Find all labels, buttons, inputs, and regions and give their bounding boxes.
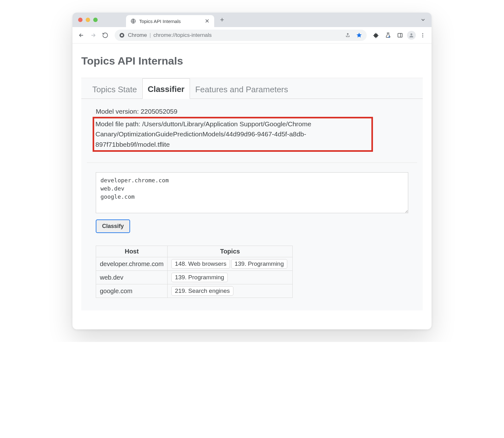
tab-features-parameters[interactable]: Features and Parameters bbox=[190, 79, 294, 99]
results-section: Host Topics developer.chrome.com148. Web… bbox=[96, 246, 408, 298]
topics-cell: 139. Programming bbox=[168, 271, 293, 284]
topics-cell: 219. Search engines bbox=[168, 284, 293, 298]
omnibox[interactable]: Chrome|chrome://topics-internals bbox=[115, 30, 367, 41]
chrome-logo-icon bbox=[119, 32, 125, 38]
svg-point-6 bbox=[410, 33, 412, 35]
extensions-icon[interactable] bbox=[371, 30, 381, 40]
svg-point-2 bbox=[121, 34, 123, 36]
toolbar: Chrome|chrome://topics-internals bbox=[72, 27, 432, 43]
model-version-row: Model version: 2205052059 bbox=[96, 106, 417, 117]
col-header-topics: Topics bbox=[168, 246, 293, 257]
classifier-form: Classify Host Topics developer.chrome.co… bbox=[87, 172, 417, 298]
labs-icon[interactable] bbox=[383, 30, 393, 40]
tab-classifier[interactable]: Classifier bbox=[142, 78, 190, 99]
window-zoom-button[interactable] bbox=[93, 18, 98, 22]
model-version-value: 2205052059 bbox=[140, 108, 177, 115]
topic-pill: 148. Web browsers bbox=[171, 259, 230, 269]
host-cell: web.dev bbox=[96, 271, 168, 284]
tab-topics-state[interactable]: Topics State bbox=[87, 79, 142, 99]
topic-pill: 139. Programming bbox=[231, 259, 287, 269]
forward-button[interactable] bbox=[88, 30, 98, 40]
topic-pill: 219. Search engines bbox=[171, 286, 233, 296]
svg-point-8 bbox=[422, 35, 423, 36]
svg-rect-4 bbox=[398, 33, 402, 37]
omnibox-text: Chrome|chrome://topics-internals bbox=[128, 32, 212, 38]
svg-point-7 bbox=[422, 33, 423, 34]
topics-cell: 148. Web browsers139. Programming bbox=[168, 257, 293, 271]
model-path-highlight: Model file path: /Users/dutton/Library/A… bbox=[93, 117, 373, 152]
panel-tabs: Topics State Classifier Features and Par… bbox=[81, 78, 423, 99]
host-cell: developer.chrome.com bbox=[96, 257, 168, 271]
browser-tab[interactable]: Topics API Internals ✕ bbox=[126, 15, 214, 27]
back-button[interactable] bbox=[76, 30, 86, 40]
table-row: web.dev139. Programming bbox=[96, 271, 293, 284]
window-minimize-button[interactable] bbox=[86, 18, 90, 22]
tab-title: Topics API Internals bbox=[139, 19, 201, 24]
model-info-block: Model version: 2205052059 Model file pat… bbox=[87, 105, 417, 163]
page-title: Topics API Internals bbox=[81, 55, 423, 67]
profile-avatar[interactable] bbox=[407, 31, 416, 40]
browser-window: Topics API Internals ✕ + Chrome|chrome:/… bbox=[72, 13, 432, 329]
page-content: Topics API Internals Topics State Classi… bbox=[72, 43, 432, 329]
globe-icon bbox=[130, 18, 136, 24]
window-close-button[interactable] bbox=[78, 18, 83, 22]
traffic-lights bbox=[78, 18, 98, 22]
classify-button[interactable]: Classify bbox=[96, 219, 130, 233]
table-row: google.com219. Search engines bbox=[96, 284, 293, 298]
bookmark-star-icon[interactable] bbox=[356, 32, 362, 38]
kebab-menu-icon[interactable] bbox=[418, 30, 428, 40]
results-table: Host Topics developer.chrome.com148. Web… bbox=[96, 246, 293, 298]
svg-point-3 bbox=[388, 36, 390, 37]
host-cell: google.com bbox=[96, 284, 168, 298]
col-header-host: Host bbox=[96, 246, 168, 257]
side-panel-icon[interactable] bbox=[395, 30, 405, 40]
table-row: developer.chrome.com148. Web browsers139… bbox=[96, 257, 293, 271]
share-icon[interactable] bbox=[345, 33, 350, 38]
new-tab-button[interactable]: + bbox=[217, 15, 227, 25]
hosts-input[interactable] bbox=[96, 172, 408, 213]
topic-pill: 139. Programming bbox=[171, 273, 227, 282]
tab-search-button[interactable] bbox=[420, 17, 426, 23]
svg-point-9 bbox=[422, 36, 423, 37]
close-tab-button[interactable]: ✕ bbox=[204, 18, 210, 25]
main-card: Topics State Classifier Features and Par… bbox=[81, 78, 423, 310]
reload-button[interactable] bbox=[100, 30, 110, 40]
tab-strip: Topics API Internals ✕ + bbox=[72, 13, 432, 27]
